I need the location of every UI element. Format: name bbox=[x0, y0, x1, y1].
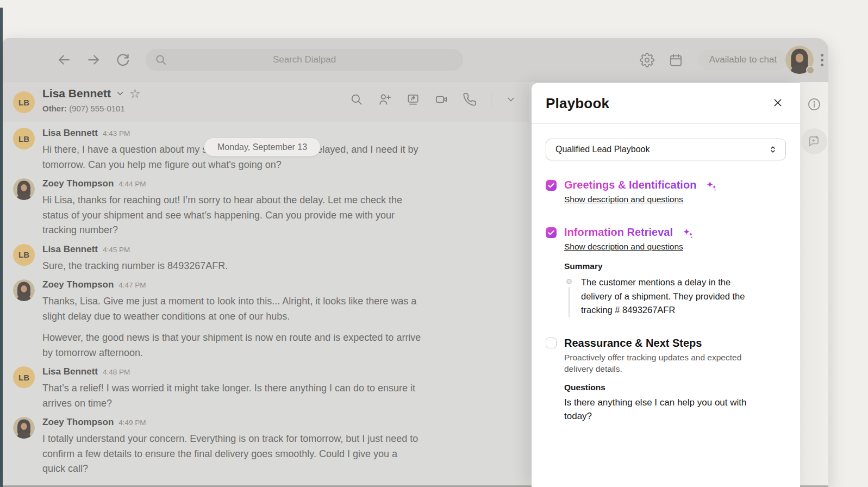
info-icon[interactable] bbox=[807, 97, 821, 111]
more-actions-chevron-icon[interactable] bbox=[505, 94, 516, 105]
message-timestamp: 4:45 PM bbox=[103, 246, 130, 254]
reload-icon[interactable] bbox=[115, 52, 131, 68]
checkbox-checked[interactable] bbox=[546, 227, 557, 238]
ai-assistant-icon[interactable] bbox=[801, 128, 827, 154]
summary-entry: The customer mentions a delay in the del… bbox=[566, 276, 786, 317]
message-timestamp: 4:49 PM bbox=[118, 419, 146, 427]
show-description-link-1[interactable]: Show description and questions bbox=[564, 195, 683, 204]
overflow-menu-icon[interactable] bbox=[817, 50, 827, 70]
checkbox-unchecked[interactable] bbox=[546, 338, 557, 348]
chevron-down-icon[interactable] bbox=[115, 89, 125, 98]
initials-avatar: LB bbox=[13, 128, 35, 149]
question-text: Is there anything else I can help you ou… bbox=[564, 396, 773, 423]
top-bar: Available to chat bbox=[3, 38, 828, 82]
playbook-item-information: Information Retrieval bbox=[546, 226, 786, 239]
screen-share-icon[interactable] bbox=[406, 92, 420, 107]
right-rail bbox=[800, 82, 828, 487]
select-updown-icon bbox=[768, 145, 778, 154]
playbook-select[interactable]: Qualified Lead Playbook bbox=[546, 139, 786, 160]
status-dot bbox=[806, 66, 815, 74]
divider bbox=[491, 92, 491, 107]
item-description: Proactively offer tracking updates and e… bbox=[564, 352, 755, 375]
photo-avatar bbox=[13, 178, 35, 200]
message-avatar bbox=[13, 279, 35, 360]
photo-avatar bbox=[13, 279, 35, 301]
date-separator-pill: Monday, September 13 bbox=[204, 138, 321, 157]
show-description-link-2[interactable]: Show description and questions bbox=[564, 242, 683, 252]
star-favorite-icon[interactable]: ☆ bbox=[129, 88, 141, 100]
message-avatar bbox=[13, 178, 35, 238]
timeline-marker bbox=[566, 276, 572, 317]
app-window: Available to chat LB Lisa Bennett ☆ Othe… bbox=[3, 38, 828, 487]
questions-label: Questions bbox=[564, 383, 786, 392]
calendar-icon[interactable] bbox=[669, 53, 683, 67]
initials-avatar: LB bbox=[13, 244, 35, 266]
close-icon[interactable] bbox=[770, 95, 786, 111]
back-icon[interactable] bbox=[56, 52, 72, 68]
availability-status-pill[interactable]: Available to chat bbox=[698, 49, 788, 70]
message-timestamp: 4:43 PM bbox=[103, 129, 130, 138]
message: Zoey Thompson 4:47 PM Thanks, Lisa. Give… bbox=[13, 279, 529, 360]
initials-avatar: LB bbox=[13, 366, 35, 388]
add-person-icon[interactable] bbox=[378, 92, 392, 107]
message: LB Lisa Bennett 4:45 PM Sure, the tracki… bbox=[13, 244, 529, 274]
message-text: Thanks, Lisa. Give me just a moment to l… bbox=[42, 294, 423, 360]
video-call-icon[interactable] bbox=[434, 92, 448, 107]
message-author: Zoey Thompson bbox=[42, 417, 114, 428]
user-avatar[interactable] bbox=[785, 46, 814, 74]
message-author: Lisa Bennett bbox=[42, 244, 98, 255]
checkbox-checked[interactable] bbox=[546, 180, 557, 191]
message-author: Zoey Thompson bbox=[42, 178, 114, 189]
message: Zoey Thompson 4:49 PM I totally understa… bbox=[13, 417, 529, 477]
playbook-title: Playbook bbox=[546, 95, 609, 112]
conversation-search-icon[interactable] bbox=[349, 92, 364, 107]
message-text: Hi Lisa, thanks for reaching out! I’m so… bbox=[42, 193, 423, 238]
message: LB Lisa Bennett 4:48 PM That’s a relief!… bbox=[13, 366, 529, 411]
forward-icon[interactable] bbox=[85, 52, 102, 68]
message-avatar: LB bbox=[13, 128, 35, 172]
message-author: Zoey Thompson bbox=[42, 279, 114, 290]
playbook-item-greetings: Greetings & Identification bbox=[546, 179, 786, 191]
message-timestamp: 4:48 PM bbox=[103, 368, 130, 376]
search-icon bbox=[154, 53, 167, 66]
ai-sparkle-icon bbox=[682, 227, 694, 239]
message-author: Lisa Bennett bbox=[42, 128, 98, 139]
summary-label: Summary bbox=[564, 261, 786, 271]
summary-text: The customer mentions a delay in the del… bbox=[581, 276, 764, 317]
message-text: Sure, the tracking number is 8493267AFR. bbox=[42, 259, 228, 274]
message-timestamp: 4:44 PM bbox=[118, 180, 146, 188]
message-list: LB Lisa Bennett 4:43 PM Hi there, I have… bbox=[3, 122, 529, 487]
phone-call-icon[interactable] bbox=[463, 92, 477, 107]
settings-gear-icon[interactable] bbox=[640, 53, 654, 67]
ai-sparkle-icon bbox=[705, 179, 717, 191]
message-text: I totally understand your concern. Every… bbox=[42, 432, 423, 477]
message-text: That’s a relief! I was worried it might … bbox=[42, 381, 423, 411]
photo-avatar bbox=[13, 417, 35, 439]
contact-avatar: LB bbox=[13, 91, 35, 113]
message-avatar: LB bbox=[13, 244, 35, 274]
search-input[interactable] bbox=[146, 54, 463, 65]
message-avatar: LB bbox=[13, 366, 35, 411]
message-author: Lisa Bennett bbox=[42, 366, 98, 377]
chat-header: LB Lisa Bennett ☆ Other: (907) 555-0101 bbox=[3, 82, 529, 122]
message: Zoey Thompson 4:44 PM Hi Lisa, thanks fo… bbox=[13, 178, 529, 238]
contact-phone: Other: (907) 555-0101 bbox=[42, 104, 125, 113]
playbook-item-reassurance: Reassurance & Next Steps bbox=[546, 337, 786, 349]
message-timestamp: 4:47 PM bbox=[118, 281, 146, 289]
playbook-panel: Playbook Qualified Lead Playbook Greetin… bbox=[532, 83, 800, 487]
global-search bbox=[146, 49, 463, 71]
message-avatar bbox=[13, 417, 35, 477]
contact-name: Lisa Bennett bbox=[42, 87, 111, 100]
